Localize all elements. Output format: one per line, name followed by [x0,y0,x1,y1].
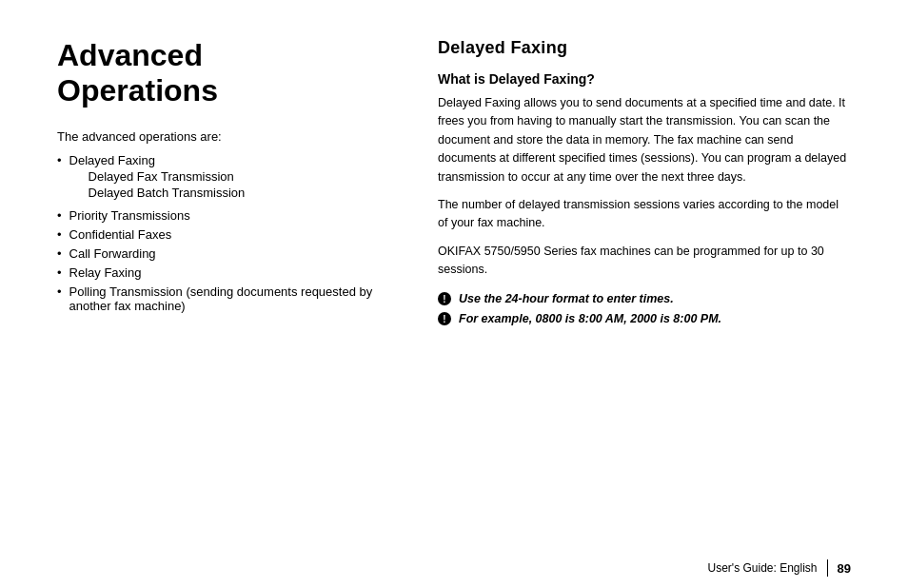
right-column: Delayed Faxing What is Delayed Faxing? D… [419,38,851,535]
list-item: Priority Transmissions [57,208,390,223]
list-item: Polling Transmission (sending documents … [57,284,390,313]
page-container: Advanced Operations The advanced operati… [0,0,908,588]
note-line-1: Use the 24-hour format to enter times. [438,290,851,308]
footer-divider [827,559,828,577]
footer-guide-label: User's Guide: English [708,561,818,575]
note-icon-2 [438,312,451,325]
note-box: Use the 24-hour format to enter times. F… [438,290,851,330]
list-item: Delayed Fax Transmission [89,169,246,184]
page-title: Advanced Operations [57,38,390,108]
footer-page-number: 89 [838,561,851,576]
list-item: Call Forwarding [57,246,390,261]
footer: User's Guide: English 89 [0,554,908,588]
list-item: Relay Faxing [57,265,390,280]
intro-text: The advanced operations are: [57,129,390,144]
sub-list: Delayed Fax Transmission Delayed Batch T… [69,169,246,202]
left-column: Advanced Operations The advanced operati… [57,38,419,535]
note-text-1: Use the 24-hour format to enter times. [459,290,674,308]
body-text-para3: OKIFAX 5750/5950 Series fax machines can… [438,243,851,280]
bullet-list: Delayed Faxing Delayed Fax Transmission … [57,153,390,313]
note-icon-1 [438,292,451,305]
subsection-heading: What is Delayed Faxing? [438,71,851,87]
body-text-para1: Delayed Faxing allows you to send docume… [438,94,851,186]
note-line-2: For example, 0800 is 8:00 AM, 2000 is 8:… [438,310,851,328]
main-content: Advanced Operations The advanced operati… [0,0,908,554]
section-heading: Delayed Faxing [438,38,851,58]
list-item: Delayed Faxing Delayed Fax Transmission … [57,153,390,204]
note-text-2: For example, 0800 is 8:00 AM, 2000 is 8:… [459,310,721,328]
list-item: Delayed Batch Transmission [89,186,246,200]
list-item: Confidential Faxes [57,227,390,242]
body-text-para2: The number of delayed transmission sessi… [438,196,851,233]
